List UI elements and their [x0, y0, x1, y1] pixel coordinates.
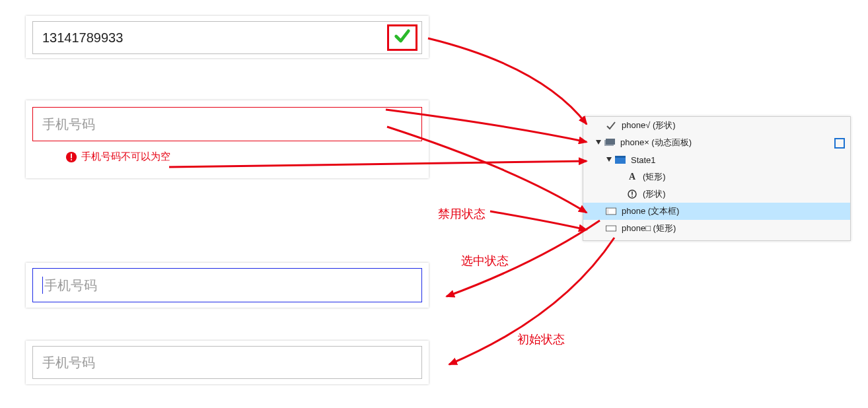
outline-label: phone (文本框) [622, 205, 679, 217]
annotation-selected: 选中状态 [461, 253, 509, 269]
state-error-card: 手机号码 手机号码不可以为空 [26, 100, 429, 178]
outline-label: (矩形) [643, 171, 666, 183]
outline-item-state1[interactable]: State1 [583, 151, 850, 168]
outline-item-rectangle-a[interactable]: A (矩形) [583, 168, 850, 186]
visibility-indicator-icon[interactable] [834, 138, 845, 149]
expand-toggle-icon[interactable] [606, 156, 612, 163]
outline-label: phone□ (矩形) [622, 222, 676, 234]
circled-exclamation-icon [627, 189, 637, 199]
rectangle-icon [606, 223, 616, 234]
state-initial-card: 手机号码 [26, 341, 429, 384]
outline-item-phone-textfield[interactable]: phone (文本框) [583, 203, 850, 220]
outline-panel: phone√ (形状) phone× (动态面板) State1 A [583, 116, 851, 241]
svg-rect-13 [607, 209, 609, 213]
svg-marker-6 [606, 157, 612, 162]
checkmark-shape-icon [606, 120, 616, 131]
expand-toggle-icon[interactable] [595, 139, 602, 146]
state-icon [615, 154, 626, 165]
outline-item-shape-alert[interactable]: (形状) [583, 186, 850, 203]
check-selection-box [387, 24, 417, 51]
phone-input-initial-placeholder: 手机号码 [42, 354, 95, 372]
textfield-icon [606, 206, 616, 217]
outline-item-phone-check[interactable]: phone√ (形状) [583, 117, 850, 134]
phone-input-selected-placeholder: 手机号码 [44, 277, 97, 294]
outline-item-phone-rect[interactable]: phone□ (矩形) [583, 220, 850, 237]
outline-label: phone√ (形状) [622, 119, 676, 131]
phone-input-selected[interactable]: 手机号码 [32, 268, 422, 302]
svg-rect-5 [606, 139, 615, 145]
svg-rect-8 [615, 156, 626, 158]
error-message-text: 手机号码不可以为空 [81, 151, 170, 163]
svg-rect-10 [632, 191, 633, 195]
state-selected-card: 手机号码 [26, 263, 429, 308]
outline-label: phone× (动态面板) [620, 137, 692, 149]
svg-marker-3 [596, 140, 601, 145]
svg-rect-1 [71, 153, 72, 158]
error-message-row: 手机号码不可以为空 [65, 151, 170, 163]
outline-label: (形状) [643, 188, 666, 200]
phone-input-valid-value: 13141789933 [42, 30, 123, 46]
outline-label: State1 [631, 155, 656, 165]
outline-item-phone-x-panel[interactable]: phone× (动态面板) [583, 134, 850, 151]
caret-icon [42, 277, 43, 294]
svg-rect-14 [606, 226, 616, 231]
check-icon [393, 27, 412, 49]
phone-input-valid[interactable]: 13141789933 [32, 21, 422, 54]
arrow-disabled-to-phone-rect [490, 211, 587, 230]
alert-icon [65, 151, 77, 163]
state-valid-card: 13141789933 [26, 16, 429, 58]
arrow-to-phone-check [428, 38, 587, 124]
phone-input-initial[interactable]: 手机号码 [32, 346, 422, 379]
dynamic-panel-icon [604, 137, 615, 148]
annotation-initial: 初始状态 [517, 331, 565, 347]
phone-input-error-placeholder: 手机号码 [42, 116, 95, 133]
svg-rect-2 [71, 159, 72, 160]
phone-input-error[interactable]: 手机号码 [32, 107, 422, 141]
annotation-disabled: 禁用状态 [438, 206, 486, 222]
text-a-icon: A [627, 172, 637, 182]
svg-rect-11 [632, 195, 633, 197]
